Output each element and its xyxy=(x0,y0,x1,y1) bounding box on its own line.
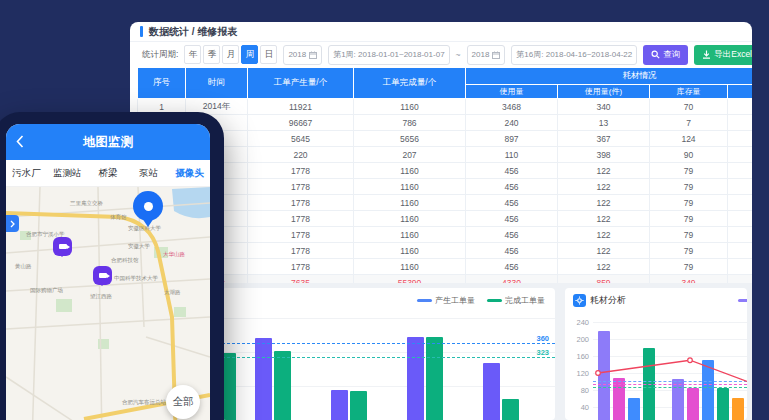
cell-v2: 122 xyxy=(558,211,650,227)
cell-v2: 122 xyxy=(558,195,650,211)
camera-marker[interactable] xyxy=(93,266,112,285)
cell-created: 11921 xyxy=(248,99,354,115)
cell-v3: 79 xyxy=(650,179,728,195)
cell-v3: 79 xyxy=(650,259,728,275)
period-option-日[interactable]: 日 xyxy=(260,45,277,64)
cell-v4: 129 xyxy=(728,131,753,147)
cell-v2: 122 xyxy=(558,179,650,195)
period-option-季[interactable]: 季 xyxy=(203,45,220,64)
cell-created: 1778 xyxy=(248,179,354,195)
cell-created: 1778 xyxy=(248,195,354,211)
map-label: 三里庵立交桥 xyxy=(70,200,103,207)
cell-done: 1160 xyxy=(354,163,466,179)
accent-bar xyxy=(140,26,143,37)
col-header-sub2: 使用量(件) xyxy=(558,85,650,99)
screen: 数据统计 / 维修报表 统计周期: 年季月周日 2018 第1周: 2018-0… xyxy=(0,0,769,420)
cell-done: 1160 xyxy=(354,227,466,243)
export-excel-button[interactable]: 导出Excel xyxy=(694,45,752,65)
col-header-sub4: 金额 xyxy=(728,85,753,99)
legend-item-created[interactable]: 产生工单量 xyxy=(417,295,475,306)
cell-v1: 456 xyxy=(466,259,558,275)
search-icon xyxy=(651,50,660,59)
period-option-年[interactable]: 年 xyxy=(184,45,201,64)
cell-v4: 67 xyxy=(728,259,753,275)
chevron-right-icon xyxy=(10,220,15,228)
camera-marker[interactable] xyxy=(53,237,72,256)
cell-done: 207 xyxy=(354,147,466,163)
cell-v4: 67 xyxy=(728,163,753,179)
cell-v1: 456 xyxy=(466,227,558,243)
bar-完成工单量 xyxy=(274,351,291,420)
search-button[interactable]: 查询 xyxy=(643,45,688,65)
cell-done: 786 xyxy=(354,115,466,131)
cell-created: 220 xyxy=(248,147,354,163)
cell-v3: 90 xyxy=(650,147,728,163)
back-button[interactable] xyxy=(16,135,24,148)
reference-line xyxy=(222,343,555,344)
report-table: 序号 时间 工单产生量/个 工单完成量/个 耗材情况 使用量 使用量(件) 库存… xyxy=(137,67,752,307)
map-label: 中国科学技术大学 xyxy=(114,275,158,282)
cell-v4: 67 xyxy=(728,211,753,227)
col-header-consumables-group: 耗材情况 xyxy=(466,68,753,85)
cell-done: 5656 xyxy=(354,131,466,147)
cell-v3: 124 xyxy=(650,131,728,147)
legend-dash-icon xyxy=(417,299,432,302)
table-row: 177811604561227967 xyxy=(138,195,753,211)
tab-污水厂[interactable]: 污水厂 xyxy=(6,167,47,180)
camera-icon xyxy=(59,244,67,249)
cell-v2: 340 xyxy=(558,99,650,115)
cell-v4: 67 xyxy=(728,227,753,243)
table-row: 177811604561227967 xyxy=(138,163,753,179)
period-option-月[interactable]: 月 xyxy=(222,45,239,64)
year-end-select[interactable]: 2018 xyxy=(467,45,506,65)
chart-workorders-card: 产生工单量 完成工单量 360323 xyxy=(222,288,555,420)
tab-摄像头[interactable]: 摄像头 xyxy=(169,167,210,180)
map-view[interactable]: 全部 三里庵立交桥体育馆合肥市宁溪小学安徽医科大学安徽大学合肥科技馆中国科学技术… xyxy=(6,187,210,420)
cell-v3: 79 xyxy=(650,227,728,243)
phone-mockup: 地图监测 污水厂监测站桥梁泵站摄像头 xyxy=(0,112,224,420)
map-panel-toggle[interactable] xyxy=(6,215,19,232)
cell-v1: 456 xyxy=(466,243,558,259)
cell-v4: 250 xyxy=(728,99,753,115)
map-label: 合肥科技馆 xyxy=(111,257,139,264)
reference-line xyxy=(222,357,555,358)
phone-header: 地图监测 xyxy=(6,124,210,160)
chart-consumables-card: 耗材分析 2402001601208040 xyxy=(565,288,747,420)
phone-tab-bar: 污水厂监测站桥梁泵站摄像头 xyxy=(6,160,210,187)
tab-泵站[interactable]: 泵站 xyxy=(128,167,169,180)
col-header-done: 工单完成量/个 xyxy=(354,68,466,99)
year-start-select[interactable]: 2018 xyxy=(283,45,322,65)
cell-v2: 367 xyxy=(558,131,650,147)
cell-v3: 70 xyxy=(650,99,728,115)
legend-item-done[interactable]: 完成工单量 xyxy=(487,295,545,306)
cell-done: 1160 xyxy=(354,99,466,115)
cell-created: 1778 xyxy=(248,259,354,275)
breadcrumb-text: 数据统计 / 维修报表 xyxy=(149,25,237,39)
cell-done: 1160 xyxy=(354,211,466,227)
table-row: 177811604561227967 xyxy=(138,259,753,275)
breadcrumb: 数据统计 / 维修报表 xyxy=(130,22,752,42)
cell-v1: 456 xyxy=(466,163,558,179)
chart-consumables-plot: 2402001601208040 xyxy=(565,288,747,420)
chevron-left-icon xyxy=(16,135,24,148)
cell-v3: 79 xyxy=(650,195,728,211)
show-all-button[interactable]: 全部 xyxy=(166,385,200,419)
cell-v2: 122 xyxy=(558,259,650,275)
bar-完成工单量 xyxy=(502,399,519,420)
cell-done: 1160 xyxy=(354,259,466,275)
week-start-input[interactable]: 第1周: 2018-01-01~2018-01-07 xyxy=(328,45,449,65)
period-option-周[interactable]: 周 xyxy=(241,45,258,64)
tab-桥梁[interactable]: 桥梁 xyxy=(88,167,129,180)
cell-v2: 122 xyxy=(558,243,650,259)
week-end-input[interactable]: 第16周: 2018-04-16~2018-04-22 xyxy=(511,45,637,65)
reference-label: 360 xyxy=(536,334,549,343)
period-label: 统计周期: xyxy=(142,49,178,61)
cell-v1: 240 xyxy=(466,115,558,131)
cell-done: 1160 xyxy=(354,195,466,211)
selected-location-pin[interactable] xyxy=(133,191,163,221)
chart-consumables-title: 耗材分析 xyxy=(573,294,626,307)
cell-v1: 456 xyxy=(466,195,558,211)
cell-v2: 122 xyxy=(558,227,650,243)
tab-监测站[interactable]: 监测站 xyxy=(47,167,88,180)
table-row: 177811604561227967 xyxy=(138,211,753,227)
